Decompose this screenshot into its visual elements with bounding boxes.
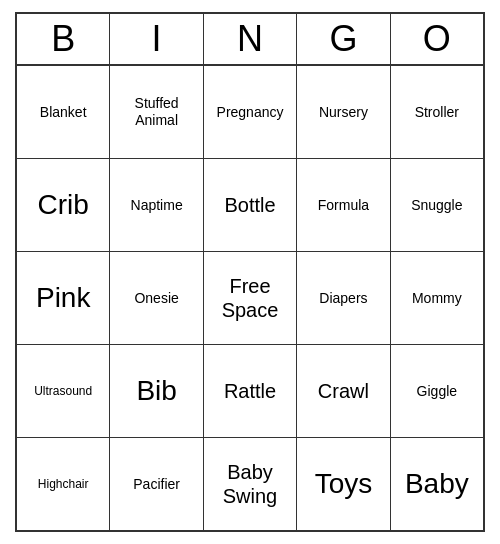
cell-4-3: Toys	[297, 438, 390, 530]
cell-2-4: Mommy	[391, 252, 483, 344]
cell-3-2: Rattle	[204, 345, 297, 437]
cell-2-1: Onesie	[110, 252, 203, 344]
header-letter-G: G	[297, 14, 390, 64]
grid-row-0: BlanketStuffed AnimalPregnancyNurseryStr…	[17, 66, 483, 159]
cell-2-0: Pink	[17, 252, 110, 344]
header-letter-I: I	[110, 14, 203, 64]
cell-4-2: Baby Swing	[204, 438, 297, 530]
cell-4-1: Pacifier	[110, 438, 203, 530]
cell-1-1: Naptime	[110, 159, 203, 251]
cell-1-4: Snuggle	[391, 159, 483, 251]
cell-2-2: Free Space	[204, 252, 297, 344]
cell-3-4: Giggle	[391, 345, 483, 437]
cell-0-1: Stuffed Animal	[110, 66, 203, 158]
cell-1-3: Formula	[297, 159, 390, 251]
cell-0-4: Stroller	[391, 66, 483, 158]
cell-0-2: Pregnancy	[204, 66, 297, 158]
cell-3-3: Crawl	[297, 345, 390, 437]
cell-2-3: Diapers	[297, 252, 390, 344]
grid-row-1: CribNaptimeBottleFormulaSnuggle	[17, 159, 483, 252]
cell-0-0: Blanket	[17, 66, 110, 158]
cell-0-3: Nursery	[297, 66, 390, 158]
header-letter-O: O	[391, 14, 483, 64]
grid-row-3: UltrasoundBibRattleCrawlGiggle	[17, 345, 483, 438]
bingo-grid: BlanketStuffed AnimalPregnancyNurseryStr…	[17, 66, 483, 530]
cell-1-2: Bottle	[204, 159, 297, 251]
cell-4-0: Highchair	[17, 438, 110, 530]
grid-row-2: PinkOnesieFree SpaceDiapersMommy	[17, 252, 483, 345]
cell-1-0: Crib	[17, 159, 110, 251]
header-row: BINGO	[17, 14, 483, 66]
cell-4-4: Baby	[391, 438, 483, 530]
bingo-card: BINGO BlanketStuffed AnimalPregnancyNurs…	[15, 12, 485, 532]
header-letter-B: B	[17, 14, 110, 64]
header-letter-N: N	[204, 14, 297, 64]
cell-3-0: Ultrasound	[17, 345, 110, 437]
grid-row-4: HighchairPacifierBaby SwingToysBaby	[17, 438, 483, 530]
cell-3-1: Bib	[110, 345, 203, 437]
